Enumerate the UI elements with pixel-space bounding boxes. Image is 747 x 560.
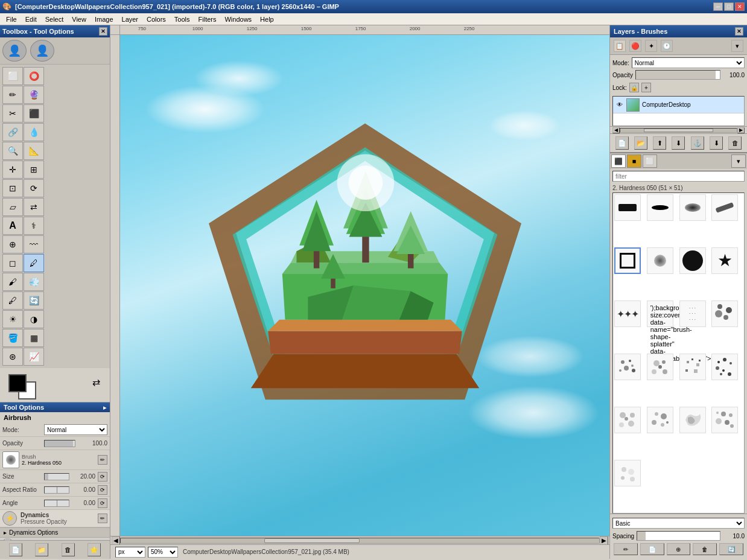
tool-crop[interactable]: ⊡ [2,179,23,197]
menu-help[interactable]: Help [256,14,278,24]
duplicate-brush-button[interactable]: ⊕ [667,543,691,555]
layer-item[interactable]: 👁 ComputerDesktop [613,97,744,113]
tool-measure[interactable]: 📐 [24,142,44,160]
brush-tab-pattern[interactable]: ⬛ [611,154,626,168]
close-button[interactable]: ✕ [735,2,745,11]
brush-cell-18[interactable] [647,407,673,433]
scroll-right-button[interactable]: ▶ [600,536,608,545]
settings-button[interactable]: ⭐ [87,543,101,556]
foreground-color-swatch[interactable] [8,374,27,392]
brush-cell-1[interactable] [614,194,641,221]
tool-options-header[interactable]: Tool Options ▸ [0,402,110,412]
tool-zoom[interactable]: 🔍 [2,142,23,160]
menu-edit[interactable]: Edit [22,14,40,24]
menu-tools[interactable]: Tools [171,14,194,24]
delete-brush-button[interactable]: 🗑 [693,543,717,555]
layer-mode-select[interactable]: Normal [632,57,745,68]
brush-cell-4[interactable] [711,194,738,221]
tool-fuzzy-select[interactable]: 🔮 [24,86,44,104]
menu-windows[interactable]: Windows [221,14,255,24]
tool-transform[interactable]: ⟳ [24,179,44,197]
brush-cell-19[interactable] [679,407,706,433]
brush-cell-9[interactable]: ✦✦✦ [614,301,641,327]
size-slider[interactable] [44,473,69,480]
brush-filter-input[interactable] [612,171,745,182]
brush-cell-6[interactable] [647,247,673,274]
spacing-slider[interactable] [637,531,720,541]
panel-menu-button[interactable]: ▾ [731,40,743,52]
tool-dodge-burn[interactable]: ☀ [2,310,23,328]
aspect-reset-button[interactable]: ⟳ [98,485,107,495]
brush-category-select[interactable]: Basic [612,518,745,529]
mode-select[interactable]: Normal [44,424,107,435]
history-tab[interactable]: 🕐 [661,40,673,52]
delete-image-button[interactable]: 🗑 [62,543,75,556]
tool-ellipse-select[interactable]: ⭕ [24,67,44,85]
layers-tab[interactable]: 📋 [614,40,626,52]
brushes-quick-tab[interactable]: ✦ [645,40,657,52]
angle-slider[interactable] [44,500,69,507]
tool-rect-select[interactable]: ⬜ [2,67,23,85]
channels-tab[interactable]: 🔴 [629,40,641,52]
brush-cell-17[interactable] [614,407,641,433]
tool-eraser[interactable]: ◻ [2,254,23,272]
menu-layer[interactable]: Layer [118,14,142,24]
tool-pencil[interactable]: 🖊 [24,254,44,272]
tool-free-select[interactable]: ✏ [2,86,23,104]
open-image-button[interactable]: 📁 [35,543,48,556]
brush-cell-selected[interactable] [614,247,641,274]
tool-fg-select[interactable]: ⬛ [24,104,44,122]
brush-cell-20[interactable] [711,407,738,433]
tool-move[interactable]: ✛ [2,161,23,179]
tool-scissors[interactable]: ✂ [2,104,23,122]
canvas-scroll-track[interactable] [120,538,600,544]
menu-view[interactable]: View [68,14,90,24]
panel-close-button[interactable]: ✕ [735,27,743,36]
lock-position-button[interactable]: + [641,83,651,92]
size-reset-button[interactable]: ⟳ [98,472,107,482]
restore-button[interactable]: □ [724,2,734,11]
anchor-layer-button[interactable]: ⚓ [691,136,704,150]
tool-desaturate[interactable]: ◑ [24,310,44,328]
brush-edit-button[interactable]: ✏ [98,455,107,465]
tool-curves[interactable]: 📈 [24,348,44,366]
duplicate-layer-button[interactable]: ⬇ [672,136,685,150]
zoom-level-select[interactable]: 50% [148,547,178,558]
tool-color-picker[interactable]: 💧 [24,123,44,141]
brush-cell-2[interactable] [647,194,673,221]
toolbox-close-button[interactable]: ✕ [99,27,107,36]
tool-paths[interactable]: 🔗 [2,123,23,141]
aspect-slider[interactable] [44,486,69,494]
new-layer-button[interactable]: 📄 [615,136,629,150]
dynamics-options-toggle[interactable]: ▸ Dynamics Options [0,527,110,538]
tool-heal[interactable]: ⚕ [24,217,44,235]
layers-scroll-left[interactable]: ◀ [612,127,620,133]
brush-cell-16[interactable] [711,354,738,380]
layer-visibility-toggle[interactable]: 👁 [615,101,624,109]
tool-convolve[interactable]: ⊛ [2,348,23,366]
tool-clone[interactable]: ⊕ [2,235,23,253]
menu-filters[interactable]: Filters [195,14,220,24]
refresh-brushes-button[interactable]: 🔄 [719,543,743,555]
tool-perspective[interactable]: ▱ [2,198,23,216]
lock-pixels-button[interactable]: 🔒 [629,83,639,92]
brush-tab-other[interactable]: ⬜ [643,154,657,168]
dynamics-edit-button[interactable]: ✏ [98,514,107,523]
layer-opacity-slider[interactable] [635,70,720,80]
tool-flip[interactable]: ⇄ [24,198,44,216]
tool-bucket-fill[interactable]: 🪣 [2,329,23,347]
canvas-scroll-area[interactable] [120,35,609,536]
brush-tab-gradient[interactable]: ■ [627,154,641,168]
tool-paintbrush[interactable]: 🖌 [2,273,23,291]
brush-cell-7[interactable] [679,247,706,274]
canvas-image[interactable] [120,35,609,536]
opacity-slider[interactable] [44,440,75,447]
brush-cell-15[interactable] [679,354,706,380]
raise-layer-button[interactable]: 📂 [634,136,647,150]
brush-cell-3[interactable] [679,194,706,221]
brush-tab-menu[interactable]: ▾ [731,154,746,168]
merge-down-button[interactable]: ⬇ [710,136,723,150]
lower-layer-button[interactable]: ⬆ [653,136,666,150]
tool-align[interactable]: ⊞ [24,161,44,179]
minimize-button[interactable]: ─ [713,2,723,11]
